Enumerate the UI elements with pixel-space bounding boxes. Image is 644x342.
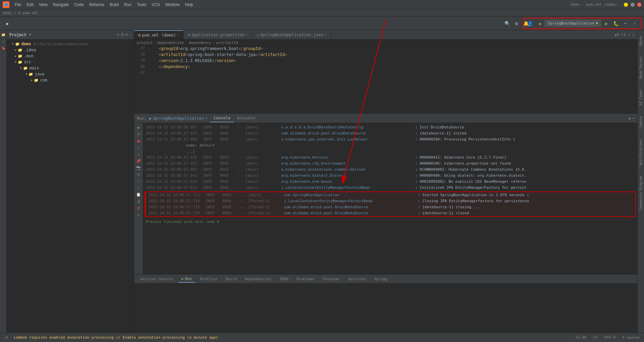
tab-springboot-java[interactable]: ☕ SpringBootApplication.java × bbox=[253, 30, 331, 39]
bottom-tab-profiler[interactable]: Profiler bbox=[197, 276, 221, 282]
breadcrumb-project[interactable]: project bbox=[137, 41, 152, 45]
menu-help[interactable]: Help bbox=[182, 2, 196, 8]
run-scroll-up-btn[interactable]: ↑ bbox=[136, 178, 142, 184]
bottom-tab-problems[interactable]: Problems bbox=[293, 276, 318, 282]
tree-src[interactable]: ▼ 📁 src bbox=[7, 59, 134, 65]
sidebar-notifications[interactable]: Notifications bbox=[638, 136, 643, 168]
sidebar-bean-parser[interactable]: Bean Parser bbox=[638, 54, 643, 81]
run-pin-btn[interactable]: 📌 bbox=[136, 158, 142, 164]
log-port-12: 8060 bbox=[222, 205, 239, 210]
run-trash-btn[interactable]: 🗑 bbox=[136, 205, 142, 211]
sidebar-maven[interactable]: Maven bbox=[638, 33, 643, 48]
tree-java[interactable]: ▼ 📁 java bbox=[7, 71, 134, 77]
breadcrumb-dependency[interactable]: dependency bbox=[189, 41, 211, 45]
coverage-button[interactable]: ☂ bbox=[621, 19, 629, 27]
spring-java-close[interactable]: × bbox=[325, 33, 327, 37]
run-down-btn[interactable]: ↓ bbox=[136, 151, 142, 157]
bookmarks-icon[interactable]: 🔖 bbox=[0, 45, 6, 51]
run-tab-console[interactable]: Console bbox=[210, 114, 234, 122]
tree-root[interactable]: ▼ 📁 demo D:\Tools\JavaWorkSpace\demo bbox=[7, 41, 134, 47]
tab-pom-xml[interactable]: m pom.xml (demo) × bbox=[134, 30, 183, 39]
menu-code[interactable]: Code bbox=[71, 2, 87, 8]
run-play-btn[interactable]: ▶ bbox=[136, 124, 142, 130]
menu-tools[interactable]: Tools bbox=[134, 2, 149, 8]
code-editor[interactable]: 77 <groupId>org.springframework.boot</gr… bbox=[134, 46, 637, 113]
app-prop-close[interactable]: × bbox=[246, 33, 248, 37]
sidebar-codota[interactable]: Codota bbox=[638, 114, 643, 131]
console-area[interactable]: 2022-10-15 18:06:56.907 INFO 8060 --- [ … bbox=[143, 123, 637, 274]
run-tabs: Console Actuator bbox=[210, 114, 260, 122]
status-indent[interactable]: 4 spaces bbox=[621, 335, 641, 340]
pom-xml-close[interactable]: × bbox=[177, 33, 179, 37]
menu-vcs[interactable]: VCS bbox=[149, 2, 163, 8]
tree-mvn[interactable]: ▶ 📁 .mvn bbox=[7, 53, 134, 59]
main-folder-icon: 📁 bbox=[23, 66, 28, 70]
log-port-2: 8060 bbox=[220, 131, 236, 136]
status-encoding[interactable]: UTF-8 bbox=[603, 335, 617, 340]
bottom-tab-spring[interactable]: Spring bbox=[371, 276, 391, 282]
bottom-tab-run[interactable]: ▶ Run bbox=[178, 276, 195, 283]
update-btn[interactable]: 🔔 bbox=[522, 19, 530, 27]
bottom-tab-services[interactable]: Services bbox=[345, 276, 369, 282]
run-stop-btn[interactable]: ■ bbox=[136, 138, 142, 144]
run-close-btn[interactable]: — bbox=[632, 116, 635, 121]
bottom-tab-version-control[interactable]: Version Control bbox=[137, 276, 177, 282]
menu-navigate[interactable]: Navigate bbox=[50, 2, 71, 8]
minimize-button[interactable] bbox=[624, 3, 628, 7]
panel-settings-icon[interactable]: ⚙ bbox=[125, 33, 128, 37]
menu-edit[interactable]: Edit bbox=[24, 2, 36, 8]
back-btn[interactable]: ◀ bbox=[3, 19, 11, 27]
bottom-tab-build[interactable]: Build bbox=[222, 276, 240, 282]
status-lf[interactable]: LF bbox=[592, 335, 599, 340]
run-up-btn[interactable]: ↑ bbox=[136, 145, 142, 151]
settings-btn[interactable]: ⚙ bbox=[513, 19, 521, 27]
scroll-area[interactable] bbox=[143, 226, 637, 230]
bottom-tab-dependencies[interactable]: Dependencies bbox=[241, 276, 275, 282]
run-button[interactable]: ▶ bbox=[602, 19, 610, 27]
debug-button[interactable]: 🐛 bbox=[612, 19, 620, 27]
tree-main[interactable]: ▼ 📁 main bbox=[7, 65, 134, 71]
run-settings-icon[interactable]: ⚙ bbox=[629, 116, 631, 121]
run-tab-actuator[interactable]: Actuator bbox=[234, 114, 260, 122]
run-camera-btn[interactable]: 📷 bbox=[136, 165, 142, 171]
tab-application-properties[interactable]: ⚙ application.properties × bbox=[183, 30, 252, 39]
close-button[interactable] bbox=[637, 3, 641, 7]
panel-minimize-icon[interactable]: — bbox=[129, 33, 131, 37]
panel-scroll-icon[interactable]: ☰ bbox=[121, 33, 124, 37]
project-panel-arrow[interactable]: ▼ bbox=[29, 33, 31, 37]
menu-build[interactable]: Build bbox=[107, 2, 121, 8]
sidebar-community-diagram[interactable]: Community Diagram bbox=[638, 173, 643, 213]
run-star-btn[interactable]: ★ bbox=[136, 212, 142, 218]
profile-run-button[interactable]: ⚡ bbox=[631, 19, 639, 27]
menu-view[interactable]: View bbox=[36, 2, 50, 8]
menu-run[interactable]: Run bbox=[121, 2, 134, 8]
breadcrumb-artifactid[interactable]: artifactId bbox=[216, 41, 238, 45]
run-close-icon[interactable]: × bbox=[205, 116, 208, 120]
status-warning[interactable]: Lombok requires enabled annotation proce… bbox=[12, 335, 219, 340]
run-config-selector[interactable]: SpringBootApplication ▼ bbox=[545, 20, 601, 27]
panel-add-icon[interactable]: ⊕ bbox=[117, 33, 119, 37]
menu-refactor[interactable]: Refactor bbox=[87, 2, 107, 8]
run-filter-btn[interactable]: ⊟ bbox=[136, 171, 142, 177]
tree-com[interactable]: ▶ 📁 com bbox=[7, 77, 134, 83]
project-icon[interactable]: 📁 bbox=[0, 32, 6, 38]
status-position[interactable]: 23:80 bbox=[574, 335, 588, 340]
tree-idea[interactable]: ▶ 📁 .idea bbox=[7, 47, 134, 53]
status-version-control-icon[interactable]: ⎇ bbox=[3, 335, 10, 340]
bottom-tab-todo[interactable]: TODO bbox=[276, 276, 292, 282]
search-everywhere-btn[interactable]: 🔍 bbox=[503, 19, 511, 27]
menu-file[interactable]: File bbox=[12, 2, 24, 8]
sidebar-ai-coder[interactable]: AI Coder bbox=[638, 87, 643, 108]
run-rerun-btn[interactable]: ⟳ bbox=[136, 131, 142, 137]
run-scroll-down-btn[interactable]: ↓ bbox=[136, 185, 142, 191]
bottom-tab-terminal[interactable]: Terminal bbox=[319, 276, 343, 282]
structure-icon[interactable]: ≡ bbox=[0, 38, 6, 44]
maximize-button[interactable] bbox=[631, 3, 635, 7]
run-app-icon: ▶ bbox=[149, 116, 152, 121]
nav-back-btn[interactable]: ◀ bbox=[535, 19, 543, 27]
run-copy-btn[interactable]: 📋 bbox=[136, 191, 142, 197]
menu-window[interactable]: Window bbox=[163, 2, 182, 8]
run-print-btn[interactable]: 🖨 bbox=[136, 198, 142, 204]
run-label: Run: bbox=[137, 116, 147, 121]
breadcrumb-dependencies[interactable]: dependencies bbox=[157, 41, 184, 45]
